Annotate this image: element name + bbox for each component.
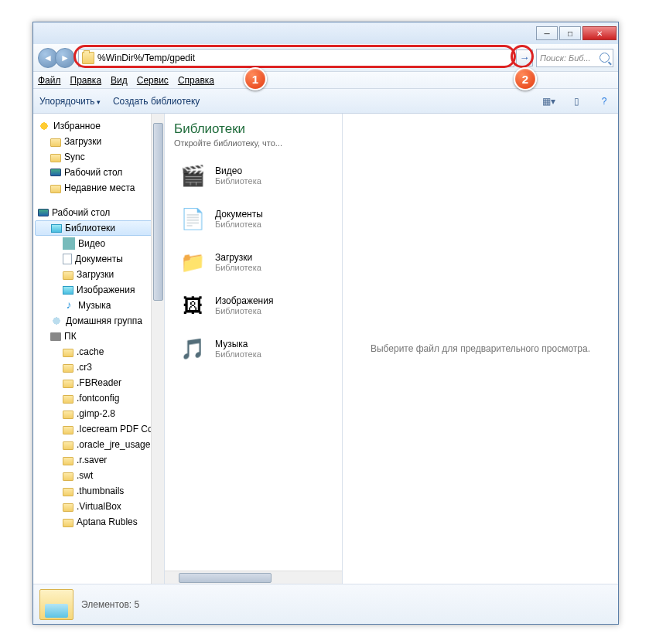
hscroll-thumb[interactable]	[179, 573, 272, 583]
close-button[interactable]: ✕	[582, 26, 617, 40]
sidebar-documents[interactable]: Документы	[35, 251, 162, 267]
callout-2: 2	[514, 67, 537, 90]
sidebar: Избранное Загрузки Sync Рабочий стол Нед…	[33, 114, 165, 584]
nav-arrows: ◄ ►	[38, 48, 75, 68]
sidebar-scrollbar[interactable]	[151, 114, 164, 584]
menu-view[interactable]: Вид	[111, 75, 128, 86]
folder-icon	[63, 271, 73, 280]
preview-empty-text: Выберите файл для предварительного просм…	[371, 343, 590, 354]
sidebar-video[interactable]: Видео	[35, 236, 162, 251]
sidebar-folder[interactable]: .r.saver	[35, 452, 162, 468]
sidebar-folder[interactable]: .oracle_jre_usage	[35, 437, 162, 452]
sidebar-libraries[interactable]: Библиотеки	[35, 220, 162, 236]
images-icon	[63, 286, 73, 295]
library-item[interactable]: 🎵МузыкаБиблиотека	[174, 330, 333, 367]
toolbar: Упорядочить Создать библиотеку ▦▾ ▯ ?	[33, 89, 618, 114]
folder-icon	[63, 503, 73, 512]
desktop-icon	[38, 209, 49, 216]
search-placeholder: Поиск: Биб...	[540, 53, 591, 63]
sidebar-favorites[interactable]: Избранное	[35, 118, 162, 134]
menu-file[interactable]: Файл	[38, 75, 61, 86]
library-item[interactable]: 📁ЗагрузкиБиблиотека	[174, 244, 333, 281]
sidebar-downloads2[interactable]: Загрузки	[35, 267, 162, 282]
folder-icon	[63, 395, 73, 404]
menu-edit[interactable]: Правка	[70, 75, 102, 86]
sidebar-folder[interactable]: .swt	[35, 468, 162, 483]
search-input[interactable]: Поиск: Биб...	[536, 49, 613, 67]
music-icon: ♪	[63, 299, 75, 312]
list-pane: Библиотеки Откройте библиотеку, что... 🎬…	[165, 114, 343, 584]
address-text: %WinDir%/Temp/gpedit	[97, 53, 511, 63]
sidebar-folder[interactable]: .cr3	[35, 359, 162, 375]
sidebar-folder[interactable]: .FBReader	[35, 375, 162, 390]
folder-icon	[63, 364, 73, 373]
video-icon	[63, 237, 75, 250]
status-icon	[39, 589, 73, 620]
desktop-icon	[50, 169, 61, 176]
library-item[interactable]: 📄ДокументыБиблиотека	[174, 200, 333, 237]
maximize-button[interactable]: □	[559, 26, 581, 40]
sidebar-desktop[interactable]: Рабочий стол	[35, 165, 162, 180]
folder-icon	[63, 411, 73, 419]
address-bar[interactable]: %WinDir%/Temp/gpedit	[78, 49, 514, 67]
sidebar-folder[interactable]: Aptana Rubles	[35, 514, 162, 530]
scrollbar-thumb[interactable]	[153, 123, 163, 301]
sidebar-pc[interactable]: ПК	[35, 329, 162, 344]
sidebar-music[interactable]: ♪Музыка	[35, 298, 162, 313]
go-button[interactable]: →	[516, 49, 533, 66]
menu-tools[interactable]: Сервис	[137, 75, 169, 86]
sidebar-folder[interactable]: .fontconfig	[35, 390, 162, 406]
horizontal-scrollbar[interactable]	[165, 571, 342, 584]
folder-icon	[82, 52, 94, 64]
star-icon	[38, 120, 50, 132]
sidebar-downloads[interactable]: Загрузки	[35, 134, 162, 149]
doc-icon	[63, 254, 72, 264]
nav-tree: Избранное Загрузки Sync Рабочий стол Нед…	[33, 114, 164, 534]
sidebar-folder[interactable]: .cache	[35, 344, 162, 359]
titlebar: ─ □ ✕	[33, 22, 618, 44]
sidebar-folder[interactable]: .thumbnails	[35, 483, 162, 499]
folder-icon	[63, 349, 73, 357]
minimize-button[interactable]: ─	[536, 26, 558, 40]
folder-icon	[63, 380, 73, 388]
content-subtitle: Откройте библиотеку, что...	[174, 138, 333, 148]
organize-button[interactable]: Упорядочить	[39, 96, 101, 107]
library-item[interactable]: 🎬ВидеоБиблиотека	[174, 157, 333, 194]
callout-1: 1	[244, 67, 267, 90]
statusbar: Элементов: 5	[33, 584, 618, 624]
sidebar-recent[interactable]: Недавние места	[35, 180, 162, 196]
sidebar-images[interactable]: Изображения	[35, 282, 162, 298]
recent-icon	[50, 185, 61, 193]
sidebar-desktop-root[interactable]: Рабочий стол	[35, 205, 162, 220]
address-bar-wrap: %WinDir%/Temp/gpedit →	[78, 49, 533, 67]
menu-help[interactable]: Справка	[178, 75, 214, 86]
folder-icon	[63, 472, 73, 481]
folder-icon	[50, 154, 61, 162]
sidebar-sync[interactable]: Sync	[35, 149, 162, 165]
sidebar-folder[interactable]: .gimp-2.8	[35, 406, 162, 421]
content-area: Библиотеки Откройте библиотеку, что... 🎬…	[165, 114, 618, 584]
folder-icon	[50, 138, 61, 147]
new-library-button[interactable]: Создать библиотеку	[113, 96, 200, 107]
sidebar-folder[interactable]: .Icecream PDF Conv	[35, 421, 162, 437]
folder-icon	[63, 426, 73, 434]
folder-icon	[63, 519, 73, 527]
folder-icon	[63, 441, 73, 450]
body: Избранное Загрузки Sync Рабочий стол Нед…	[33, 114, 618, 584]
sidebar-folder[interactable]: .VirtualBox	[35, 499, 162, 514]
folder-icon	[63, 488, 73, 496]
preview-pane: Выберите файл для предварительного просм…	[343, 114, 618, 584]
forward-button[interactable]: ►	[55, 48, 75, 68]
folder-icon	[63, 457, 73, 465]
library-icon: 🎵	[176, 332, 209, 365]
sidebar-homegroup[interactable]: Домашняя группа	[35, 313, 162, 329]
pc-icon	[50, 332, 61, 341]
view-mode-button[interactable]: ▦▾	[541, 94, 556, 109]
library-icon: 🎬	[176, 159, 209, 192]
preview-pane-button[interactable]: ▯	[569, 94, 584, 109]
content-title: Библиотеки	[174, 121, 333, 137]
library-item[interactable]: 🖼ИзображенияБиблиотека	[174, 287, 333, 324]
library-icon: 📄	[176, 203, 209, 235]
help-button[interactable]: ?	[596, 94, 612, 109]
homegroup-icon	[50, 315, 63, 327]
